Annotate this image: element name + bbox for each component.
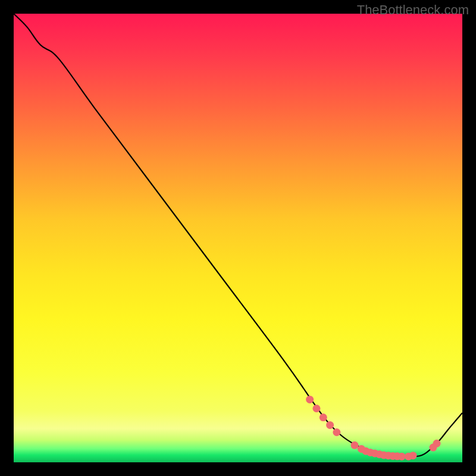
bottleneck-curve bbox=[14, 14, 462, 457]
highlight-dot bbox=[409, 452, 417, 459]
highlight-dot bbox=[320, 414, 327, 421]
chart-container: TheBottleneck.com bbox=[0, 0, 476, 476]
highlight-dots bbox=[306, 396, 440, 461]
highlight-dot bbox=[312, 405, 320, 412]
highlight-dot bbox=[398, 453, 406, 461]
watermark-text: TheBottleneck.com bbox=[357, 2, 469, 18]
highlight-dot bbox=[333, 428, 340, 436]
highlight-dot bbox=[326, 421, 334, 429]
curve-svg bbox=[14, 14, 462, 462]
highlight-dot bbox=[351, 441, 359, 449]
highlight-dot bbox=[433, 440, 441, 447]
highlight-dot bbox=[306, 396, 314, 403]
plot-area bbox=[14, 14, 462, 462]
